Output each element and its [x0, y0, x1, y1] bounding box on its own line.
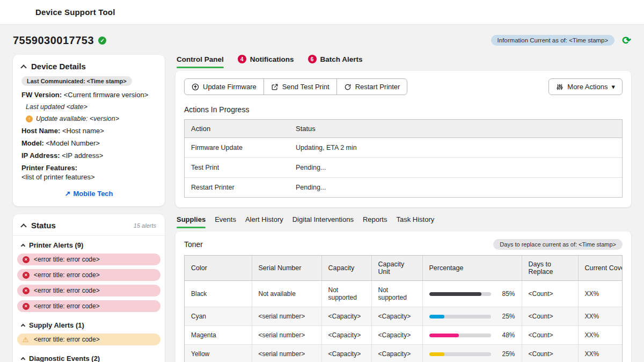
printer-features-label-line: Printer Features:: [21, 164, 156, 172]
printer-alerts-label: Printer Alerts (9): [29, 241, 83, 249]
toner-progress-track: [429, 352, 491, 356]
toner-coverage-cell: XX%: [578, 326, 623, 345]
tab-label: Digital Interventions: [292, 215, 354, 223]
model-value: <Model Number>: [46, 139, 100, 147]
toner-days-cell: <Count>: [522, 345, 578, 362]
tab-label: Task History: [396, 215, 434, 223]
tab-control-panel[interactable]: Control Panel: [177, 55, 224, 68]
tab-task-history[interactable]: Task History: [396, 215, 434, 228]
host-name-label: Host Name:: [21, 127, 60, 135]
toner-row: Cyan <serial number> <Capacity> <Capacit…: [185, 307, 623, 326]
main-tabs: Control Panel 4 Notifications 6 Batch Al…: [175, 55, 631, 68]
more-actions-button[interactable]: More Actions ▾: [548, 78, 623, 95]
tab-label: Supplies: [177, 215, 206, 223]
toner-percentage-cell: 25%: [422, 345, 522, 362]
error-circle-icon: ×: [23, 287, 30, 294]
toner-color-cell: Magenta: [185, 326, 252, 345]
device-id-wrap: 7559030017753 ✓: [13, 34, 106, 47]
supplies-header: Toner Days to replace current as of: <Ti…: [184, 239, 623, 250]
toner-capacity-unit-cell: Not supported: [371, 281, 422, 307]
tab-alert-history[interactable]: Alert History: [245, 215, 283, 228]
toner-color-cell: Black: [185, 281, 252, 307]
button-label: Restart Printer: [355, 83, 400, 91]
printer-alert-text: <error title: error code>: [34, 256, 100, 263]
toner-row: Black Not available Not supported Not su…: [185, 281, 623, 307]
action-cell: Firmware Update: [185, 138, 289, 158]
refresh-icon[interactable]: ⟳: [622, 35, 631, 46]
status-header: Status 15 alerts: [13, 214, 165, 236]
chevron-up-icon: [21, 357, 25, 361]
toner-percentage-cell: 25%: [422, 307, 522, 326]
host-name-value: <Host name>: [62, 127, 104, 135]
toner-progress-fill: [429, 334, 459, 337]
ip-address-value: <IP address>: [62, 151, 103, 160]
column-header-capacity: Capacity: [321, 256, 371, 281]
column-header-current-coverage: Current Coverage: [578, 256, 623, 281]
host-name-line: Host Name: <Host name>: [21, 127, 156, 135]
column-header-capacity-unit: Capacity Unit: [371, 256, 422, 281]
restart-printer-button[interactable]: Restart Printer: [336, 78, 408, 95]
toner-capacity-unit-cell: <Capacity>: [371, 345, 422, 362]
control-panel-card: Update Firmware Send Test Print Restart …: [175, 71, 631, 207]
tab-reports[interactable]: Reports: [363, 215, 387, 228]
tab-notifications[interactable]: 4 Notifications: [238, 55, 294, 68]
chevron-up-icon[interactable]: [20, 64, 26, 70]
caret-down-icon: ▾: [611, 83, 615, 91]
printer-features-label: Printer Features:: [21, 164, 77, 172]
tab-label: Alert History: [245, 215, 283, 223]
column-header-serial-number: Serial Number: [252, 256, 321, 281]
action-button-group: Update Firmware Send Test Print Restart …: [184, 78, 407, 95]
send-test-print-button[interactable]: Send Test Print: [264, 78, 337, 95]
device-details-header: Device Details: [21, 62, 156, 71]
days-to-replace-pill: Days to replace current as of: <Time sta…: [493, 239, 623, 250]
device-details-title: Device Details: [31, 62, 86, 71]
toner-progress-fill: [429, 352, 445, 356]
column-header-percentage: Percentage: [422, 256, 522, 281]
page: 7559030017753 ✓ Information Current as o…: [0, 33, 644, 362]
toner-capacity-cell: <Capacity>: [321, 307, 371, 326]
device-id: 7559030017753: [13, 34, 94, 47]
actions-table: Action Status Firmware Update Updating, …: [185, 120, 622, 197]
chevron-up-icon[interactable]: [20, 223, 26, 229]
toner-percentage-label: 85%: [502, 290, 515, 298]
status-cell: Pending...: [289, 158, 622, 178]
update-firmware-button[interactable]: Update Firmware: [184, 78, 264, 95]
mobile-tech-link-label: Mobile Tech: [73, 190, 113, 198]
button-label: More Actions: [567, 83, 608, 91]
tab-batch-alerts[interactable]: 6 Batch Alerts: [308, 55, 363, 68]
printer-alert-item[interactable]: × <error title: error code>: [17, 285, 160, 296]
diagnostic-events-section-header[interactable]: Diagnostic Events (2): [13, 349, 165, 362]
tab-label: Control Panel: [177, 55, 224, 63]
action-cell: Test Print: [185, 158, 289, 178]
toner-title: Toner: [184, 240, 203, 249]
printer-alert-text: <error title: error code>: [34, 287, 100, 294]
printer-alert-item[interactable]: × <error title: error code>: [17, 269, 160, 281]
printer-alert-item[interactable]: × <error title: error code>: [17, 254, 160, 265]
toner-days-cell: <Count>: [522, 326, 578, 345]
tab-digital-interventions[interactable]: Digital Interventions: [292, 215, 354, 228]
tab-supplies[interactable]: Supplies: [177, 215, 206, 228]
error-circle-icon: ×: [23, 256, 30, 263]
update-available-icon: ↑: [26, 115, 33, 122]
status-cell: Pending...: [289, 178, 622, 198]
fw-version-label: FW Version:: [21, 91, 62, 99]
printer-alert-item[interactable]: × <error title: error code>: [17, 300, 160, 312]
tab-events[interactable]: Events: [215, 215, 236, 228]
update-available-text: Update available: <version>: [36, 115, 119, 122]
toner-progress-fill: [429, 315, 445, 318]
toner-serial-cell: Not available: [252, 281, 321, 307]
toner-coverage-cell: XX%: [578, 307, 623, 326]
last-communicated-pill: Last Communicated: <Time stamp>: [21, 76, 132, 86]
toner-percentage-label: 25%: [502, 350, 515, 358]
toner-percentage-label: 48%: [502, 331, 515, 339]
supply-alert-item[interactable]: ⚠ <error title: error code>: [17, 334, 160, 345]
printer-alerts-section-header[interactable]: Printer Alerts (9): [13, 236, 165, 254]
toner-progress-fill: [429, 292, 482, 296]
toner-progress-track: [429, 315, 491, 318]
mobile-tech-link[interactable]: ↗ Mobile Tech: [21, 190, 156, 198]
diagnostic-events-label: Diagnostic Events (2): [29, 354, 100, 362]
update-firmware-icon: [192, 83, 199, 91]
toner-capacity-cell: Not supported: [321, 281, 371, 307]
button-label: Send Test Print: [282, 83, 330, 91]
supply-alerts-section-header[interactable]: Supply Alerts (1): [13, 316, 165, 334]
